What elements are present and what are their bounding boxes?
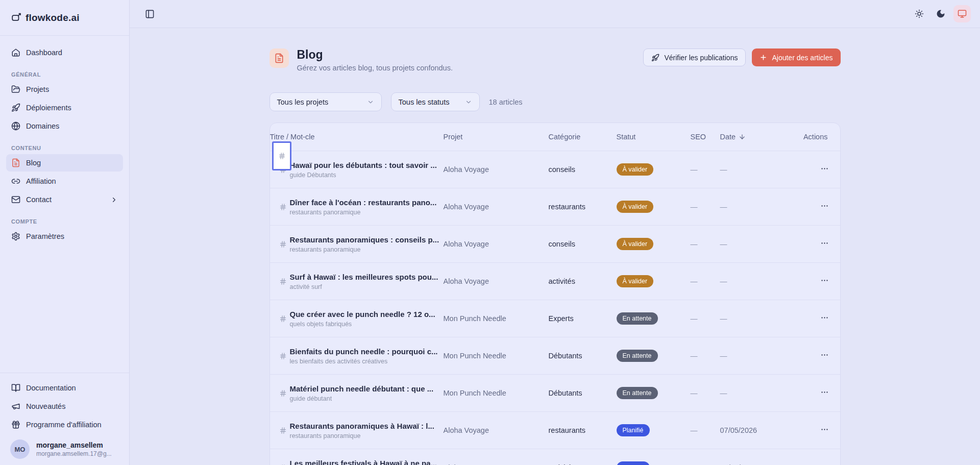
article-category: Experts xyxy=(549,314,617,323)
sidebar-item-dashboard[interactable]: Dashboard xyxy=(6,44,123,61)
gift-icon xyxy=(11,420,20,429)
page-subtitle: Gérez vos articles blog, tous projets co… xyxy=(297,64,453,72)
section-label-general: GÉNÉRAL xyxy=(11,71,118,78)
theme-system-button[interactable] xyxy=(953,5,971,22)
sidebar-item-nouveautes[interactable]: Nouveautés xyxy=(6,398,123,415)
sidebar-item-programme-affiliation[interactable]: Programme d'affiliation xyxy=(6,416,123,433)
row-actions-button[interactable] xyxy=(802,425,840,435)
article-keyword: activité surf xyxy=(290,283,438,290)
add-articles-button[interactable]: Ajouter des articles xyxy=(752,48,840,66)
page-title: Blog xyxy=(297,48,453,61)
chevron-down-icon xyxy=(465,99,472,106)
article-title: Restaurants panoramiques : conseils p... xyxy=(290,235,439,244)
sidebar-item-label: Domaines xyxy=(26,122,59,130)
table-body: Hawaï pour les débutants : tout savoir .… xyxy=(270,151,840,465)
row-actions-button[interactable] xyxy=(802,462,840,465)
brand[interactable]: flowkode.ai xyxy=(0,0,129,36)
table-row[interactable]: Surf à Hawaï : les meilleures spots pou.… xyxy=(270,263,840,300)
hash-icon xyxy=(279,240,287,248)
project-filter-select[interactable]: Tous les projets xyxy=(270,92,382,111)
sidebar-item-projets[interactable]: Projets xyxy=(6,81,123,98)
sidebar-item-label: Programme d'affiliation xyxy=(26,421,102,429)
table-header-row: Titre / Mot-cle Projet Catégorie Statut … xyxy=(270,123,840,151)
date-value: 07/05/2026 xyxy=(720,426,802,434)
table-row[interactable]: Que créer avec le punch needle ? 12 o...… xyxy=(270,300,840,337)
article-category: activités xyxy=(549,277,617,285)
article-keyword: guide Débutants xyxy=(290,172,437,179)
sidebar-item-contact[interactable]: Contact xyxy=(6,191,123,208)
date-value: — xyxy=(720,314,802,323)
chevron-right-icon xyxy=(110,196,118,204)
sidebar-item-domaines[interactable]: Domaines xyxy=(6,117,123,135)
verify-publications-button[interactable]: Vérifier les publications xyxy=(643,48,746,66)
sidebar-item-documentation[interactable]: Documentation xyxy=(6,379,123,397)
column-header-statut[interactable]: Statut xyxy=(617,133,691,141)
row-actions-button[interactable] xyxy=(802,313,840,324)
hash-icon xyxy=(279,427,287,434)
link-icon xyxy=(11,177,20,186)
articles-count: 18 articles xyxy=(489,98,523,106)
table-row[interactable]: Bienfaits du punch needle : pourquoi c..… xyxy=(270,337,840,375)
status-badge: Planifié xyxy=(617,461,650,465)
status-filter-select[interactable]: Tous les statuts xyxy=(391,92,480,111)
article-keyword: restaurants panoramique xyxy=(290,432,434,439)
hash-icon xyxy=(278,152,286,160)
article-project: Aloha Voyage xyxy=(444,277,549,285)
seo-value: — xyxy=(691,352,720,360)
sidebar-item-label: Affiliation xyxy=(26,177,56,185)
sidebar-item-deploiements[interactable]: Déploiements xyxy=(6,99,123,116)
sidebar-toggle-button[interactable] xyxy=(145,9,155,19)
row-actions-button[interactable] xyxy=(802,202,840,212)
column-header-titre[interactable]: Titre / Mot-cle xyxy=(270,133,444,141)
user-account[interactable]: MO morgane_amsellem morgane.amsellem.17@… xyxy=(10,439,121,459)
sidebar-item-parametres[interactable]: Paramètres xyxy=(6,228,123,245)
file-text-icon xyxy=(11,158,20,167)
column-header-seo[interactable]: SEO xyxy=(691,133,720,141)
user-name: morgane_amsellem xyxy=(36,441,112,449)
article-keyword: restaurants panoramique xyxy=(290,246,439,253)
seo-value: — xyxy=(691,277,720,285)
table-row[interactable]: Dîner face à l'océan : restaurants pano.… xyxy=(270,188,840,226)
column-header-projet[interactable]: Projet xyxy=(444,133,549,141)
row-actions-button[interactable] xyxy=(802,276,840,286)
row-actions-button[interactable] xyxy=(802,164,840,175)
theme-dark-button[interactable] xyxy=(932,5,949,22)
date-value: — xyxy=(720,165,802,174)
hash-icon xyxy=(279,278,287,285)
sun-icon xyxy=(915,9,924,18)
sidebar-item-blog[interactable]: Blog xyxy=(6,154,123,172)
status-badge: En attente xyxy=(617,312,658,325)
article-project: Aloha Voyage xyxy=(444,165,549,174)
sidebar-item-label: Nouveautés xyxy=(26,402,65,410)
moon-icon xyxy=(936,9,945,18)
status-badge: À valider xyxy=(617,275,654,287)
table-row[interactable]: Restaurants panoramiques à Hawaï : l... … xyxy=(270,412,840,449)
column-header-categorie[interactable]: Catégorie xyxy=(549,133,617,141)
hash-icon xyxy=(279,389,287,397)
date-value: — xyxy=(720,277,802,285)
table-row[interactable]: Restaurants panoramiques : conseils p...… xyxy=(270,226,840,263)
table-row[interactable]: Hawaï pour les débutants : tout savoir .… xyxy=(270,151,840,188)
book-open-icon xyxy=(11,383,20,393)
article-keyword: guide débutant xyxy=(290,395,434,402)
theme-light-button[interactable] xyxy=(911,5,928,22)
status-badge: À valider xyxy=(617,201,654,213)
date-value: — xyxy=(720,352,802,360)
row-actions-button[interactable] xyxy=(802,239,840,249)
row-actions-button[interactable] xyxy=(802,351,840,361)
article-title: Que créer avec le punch needle ? 12 o... xyxy=(290,310,435,319)
table-row[interactable]: Matériel punch needle débutant : que ...… xyxy=(270,375,840,412)
article-title: Bienfaits du punch needle : pourquoi c..… xyxy=(290,347,438,356)
article-title: Matériel punch needle débutant : que ... xyxy=(290,384,434,393)
sidebar-item-affiliation[interactable]: Affiliation xyxy=(6,173,123,190)
article-category: restaurants xyxy=(549,203,617,211)
article-title: Hawaï pour les débutants : tout savoir .… xyxy=(290,161,437,169)
sidebar: flowkode.ai Dashboard GÉNÉRAL Projets Dé… xyxy=(0,0,130,465)
row-actions-button[interactable] xyxy=(802,388,840,398)
status-badge: En attente xyxy=(617,387,658,399)
avatar: MO xyxy=(10,439,30,459)
articles-table: Titre / Mot-cle Projet Catégorie Statut … xyxy=(270,123,841,465)
focus-highlight-box xyxy=(272,141,291,170)
table-row[interactable]: Les meilleurs festivals à Hawaï à ne pa.… xyxy=(270,449,840,465)
column-header-date[interactable]: Date xyxy=(720,133,802,141)
